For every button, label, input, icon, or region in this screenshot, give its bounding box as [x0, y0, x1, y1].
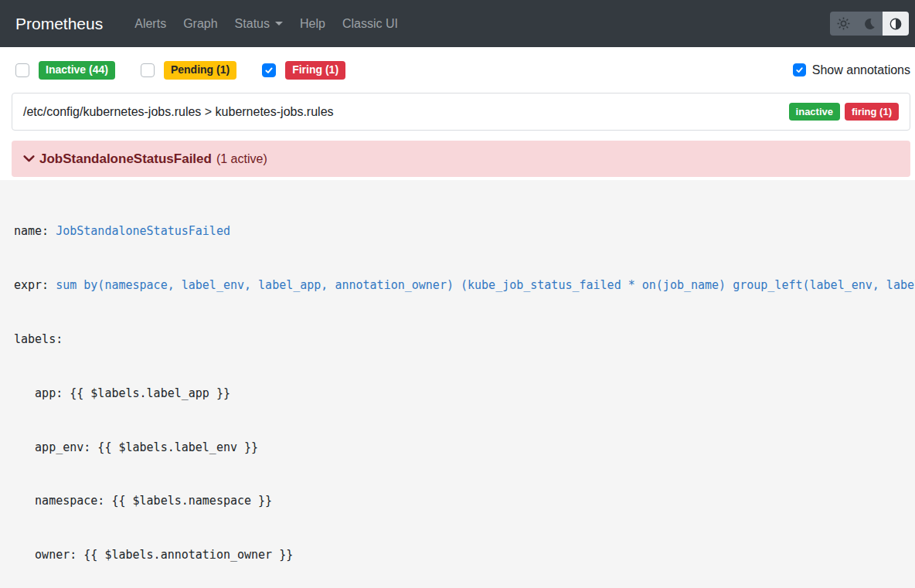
filter-pending[interactable]: Pending (1): [141, 61, 236, 80]
filter-inactive[interactable]: Inactive (44): [15, 61, 115, 80]
theme-dark-button[interactable]: [856, 12, 883, 36]
nav-item-status-label: Status: [235, 17, 270, 31]
nav-item-status[interactable]: Status: [226, 17, 291, 31]
code-line-name: name: JobStandaloneStatusFailed: [14, 223, 915, 240]
code-line-label-namespace: namespace: {{ $labels.namespace }}: [14, 492, 915, 510]
chevron-down-icon: [22, 152, 36, 165]
show-annotations-label: Show annotations: [812, 63, 910, 77]
pending-checkbox[interactable]: [141, 63, 155, 77]
yaml-key: name:: [14, 224, 56, 238]
alert-active-count: (1 active): [216, 152, 267, 166]
circle-half-icon: [889, 18, 902, 30]
code-line-expr: expr: sum by(namespace, label_env, label…: [14, 277, 915, 294]
group-inactive-badge: inactive: [789, 103, 840, 121]
theme-auto-button[interactable]: [883, 12, 909, 36]
show-annotations-toggle[interactable]: Show annotations: [793, 63, 910, 77]
inactive-count-badge[interactable]: Inactive (44): [39, 61, 115, 80]
code-line-label-owner: owner: {{ $labels.annotation_owner }}: [14, 546, 915, 564]
rule-definition-code: name: JobStandaloneStatusFailed expr: su…: [0, 180, 915, 588]
rule-expr-link[interactable]: sum by(namespace, label_env, label_app, …: [56, 278, 915, 292]
alert-collapse-button[interactable]: JobStandaloneStatusFailed (1 active): [12, 141, 910, 177]
alert-filter-bar: Inactive (44) Pending (1) Firing (1) Sho…: [0, 47, 915, 80]
pending-count-badge[interactable]: Pending (1): [164, 61, 236, 80]
brand-prometheus[interactable]: Prometheus: [15, 15, 103, 33]
group-firing-badge: firing (1): [845, 103, 899, 121]
theme-toggle-group: [830, 12, 909, 36]
firing-checkbox[interactable]: [262, 63, 276, 77]
rule-group-title: /etc/config/kubernetes-jobs.rules > kube…: [23, 105, 334, 119]
rule-name-link[interactable]: JobStandaloneStatusFailed: [56, 224, 230, 238]
code-line-label-app: app: {{ $labels.label_app }}: [14, 385, 915, 403]
inactive-checkbox[interactable]: [15, 63, 29, 77]
code-line-labels: labels:: [14, 331, 915, 348]
navbar: Prometheus Alerts Graph Status Help Clas…: [0, 0, 915, 47]
sun-icon: [837, 17, 850, 30]
code-line-label-app-env: app_env: {{ $labels.label_env }}: [14, 439, 915, 457]
nav-item-alerts[interactable]: Alerts: [126, 17, 175, 31]
nav-item-graph[interactable]: Graph: [175, 17, 226, 31]
yaml-key: expr:: [14, 278, 56, 292]
alert-rule-name: JobStandaloneStatusFailed: [39, 151, 212, 167]
nav-item-classic-ui[interactable]: Classic UI: [334, 17, 406, 31]
moon-icon: [863, 18, 876, 30]
nav-item-help[interactable]: Help: [291, 17, 334, 31]
theme-light-button[interactable]: [830, 12, 856, 36]
firing-count-badge[interactable]: Firing (1): [285, 61, 345, 80]
rule-group-badges: inactive firing (1): [789, 103, 899, 121]
filter-firing[interactable]: Firing (1): [262, 61, 345, 80]
show-annotations-checkbox[interactable]: [793, 63, 806, 76]
chevron-down-icon: [275, 22, 283, 25]
rule-group-card: /etc/config/kubernetes-jobs.rules > kube…: [12, 93, 910, 131]
